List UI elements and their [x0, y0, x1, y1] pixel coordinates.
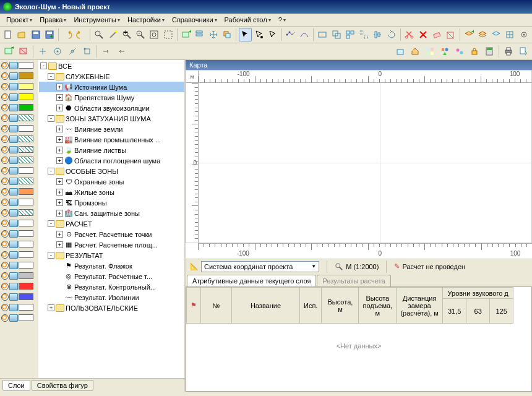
col-height-raise[interactable]: Высота подъема, м	[359, 288, 397, 324]
print-icon[interactable]	[9, 304, 18, 311]
eye-icon[interactable]	[1, 62, 9, 69]
eye-icon[interactable]	[1, 262, 9, 269]
eye-icon[interactable]	[1, 104, 9, 111]
color-swatch[interactable]	[19, 230, 33, 237]
print-icon[interactable]	[9, 125, 18, 132]
lock-icon[interactable]	[468, 45, 481, 58]
path-edit-icon[interactable]	[298, 28, 311, 41]
delete-icon[interactable]	[417, 28, 429, 41]
tree-sound-iso[interactable]: +⬣Области звукоизоляции	[39, 103, 184, 113]
color-swatch[interactable]	[19, 83, 33, 90]
tree-calc-points[interactable]: +⊙Расчет. Расчетные точки	[39, 229, 184, 239]
eye-icon[interactable]	[1, 83, 9, 90]
cut-icon[interactable]	[403, 28, 416, 41]
eye-icon[interactable]	[1, 251, 9, 259]
zoom-out-icon[interactable]: -	[134, 28, 147, 41]
color-swatch[interactable]	[19, 220, 33, 226]
color-swatch[interactable]	[19, 104, 33, 111]
data-grid[interactable]: ⚑ № Название Исп. Высота, м Высота подъе…	[186, 286, 532, 392]
menu-desktop[interactable]: Рабочий стол▾	[221, 15, 275, 25]
color-swatch[interactable]	[19, 136, 33, 142]
rect-icon[interactable]	[316, 28, 328, 41]
color-swatch[interactable]	[19, 241, 33, 248]
menu-tools[interactable]: Инструменты▾	[70, 15, 124, 25]
eye-icon[interactable]	[1, 199, 9, 206]
tab-props[interactable]: Свойства фигур	[32, 380, 93, 391]
snap3-icon[interactable]	[80, 45, 94, 58]
ungroup-icon[interactable]	[358, 28, 370, 41]
scale-display[interactable]: М (1:2000)	[346, 263, 379, 270]
redo-icon[interactable]	[75, 28, 87, 41]
tree-calc-areas[interactable]: +▦Расчет. Расчетные площ...	[39, 239, 184, 250]
tree-sanitary[interactable]: +🏥Сан. защитные зоны	[39, 208, 184, 218]
align-icon[interactable]	[371, 28, 384, 41]
tree-industrial[interactable]: +🏭Влияние промышленных ...	[39, 134, 184, 145]
col-num[interactable]: №	[201, 288, 232, 324]
eye-icon[interactable]	[1, 93, 9, 101]
col-31[interactable]: 31,5	[443, 299, 466, 324]
color-swatch[interactable]	[19, 314, 33, 321]
tab-attributes[interactable]: Атрибутивные данные текущего слоя	[187, 275, 316, 286]
color-swatch[interactable]	[19, 209, 33, 216]
house-icon[interactable]	[408, 45, 422, 58]
snap-icon[interactable]	[51, 45, 64, 58]
eye-icon[interactable]	[1, 178, 9, 185]
tree-user[interactable]: +ПОЛЬЗОВАТЕЛЬСКИЕ	[39, 303, 184, 313]
tree-res-points[interactable]: ◎Результат. Расчетные т...	[39, 271, 184, 282]
color-swatch[interactable]	[19, 167, 33, 174]
color-swatch[interactable]	[19, 157, 33, 163]
color-swatch[interactable]	[19, 62, 33, 69]
color-swatch[interactable]	[19, 72, 33, 79]
print-icon[interactable]	[9, 241, 18, 248]
tree-res-control[interactable]: ⊗Результат. Контрольный...	[39, 282, 184, 292]
export-icon[interactable]	[517, 45, 530, 58]
eye-icon[interactable]	[1, 125, 9, 132]
collapse-icon[interactable]: -	[48, 73, 54, 80]
print-icon[interactable]	[9, 188, 18, 196]
color-swatch[interactable]	[19, 114, 33, 121]
open-icon[interactable]	[15, 28, 28, 41]
row-selector-icon[interactable]: ⚑	[191, 301, 197, 309]
tree-foliage[interactable]: +🍃Влияние листвы	[39, 145, 184, 155]
layer-stack-icon[interactable]	[476, 28, 489, 41]
pointer-icon[interactable]	[239, 28, 251, 41]
color-swatch[interactable]	[19, 272, 33, 279]
print-icon[interactable]	[9, 93, 18, 101]
print-icon[interactable]	[9, 178, 18, 185]
col-125[interactable]: 125	[490, 299, 513, 324]
col-group-levels[interactable]: Уровни звукового д	[443, 288, 513, 299]
menu-refs[interactable]: Справочники▾	[168, 15, 221, 25]
group-icon[interactable]	[344, 28, 356, 41]
print-icon[interactable]	[9, 72, 18, 80]
color-swatch[interactable]	[19, 188, 33, 195]
menu-settings[interactable]: Настройки▾	[124, 15, 168, 25]
view-del-icon[interactable]	[17, 45, 30, 58]
eye-icon[interactable]	[1, 293, 9, 301]
eye-icon[interactable]	[1, 283, 9, 290]
to-back-icon[interactable]	[221, 28, 233, 41]
eye-icon[interactable]	[1, 209, 9, 217]
select-node-icon[interactable]	[253, 28, 265, 41]
collapse-icon[interactable]: -	[40, 62, 47, 69]
layer-grid-icon[interactable]	[504, 28, 516, 41]
print-icon[interactable]	[9, 104, 18, 111]
print-icon[interactable]	[9, 167, 18, 174]
tiles-icon[interactable]	[423, 45, 437, 58]
tree-protected[interactable]: +🛡Охранные зоны	[39, 176, 184, 187]
col-name[interactable]: Название	[232, 288, 300, 324]
print-icon[interactable]	[9, 251, 18, 259]
color-swatch[interactable]	[19, 125, 33, 132]
view-add-icon[interactable]: +	[2, 45, 15, 58]
zoom-sel-icon[interactable]	[161, 28, 174, 41]
tree-res-flag[interactable]: ⚑Результат. Флажок	[39, 260, 184, 271]
print-icon[interactable]	[9, 209, 18, 217]
move-node-icon[interactable]	[267, 28, 279, 41]
zoom-fit-icon[interactable]	[148, 28, 160, 41]
print-icon[interactable]	[9, 83, 18, 90]
tab-layers[interactable]: Слои	[2, 380, 30, 391]
undo-icon[interactable]	[61, 28, 74, 41]
print-icon[interactable]	[9, 272, 18, 280]
print-icon[interactable]	[9, 314, 18, 322]
color-swatch[interactable]	[19, 199, 33, 205]
tree-obstacles[interactable]: +🏠Препятствия Шуму	[39, 92, 184, 103]
